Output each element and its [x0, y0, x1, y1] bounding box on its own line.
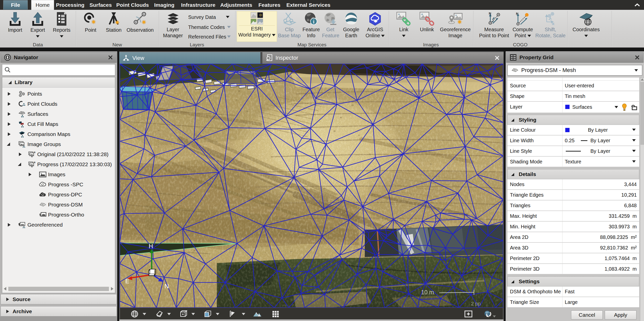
svg-text:10 m: 10 m: [421, 289, 434, 296]
svg-text:N: N: [34, 151, 35, 154]
svg-text:N: N: [165, 283, 169, 290]
svg-text:N: N: [34, 161, 35, 164]
svg-text:E: E: [125, 278, 129, 284]
svg-text:H: H: [149, 243, 153, 249]
svg-text:2 pp: 2 pp: [471, 301, 481, 306]
svg-text:i: i: [313, 19, 314, 24]
